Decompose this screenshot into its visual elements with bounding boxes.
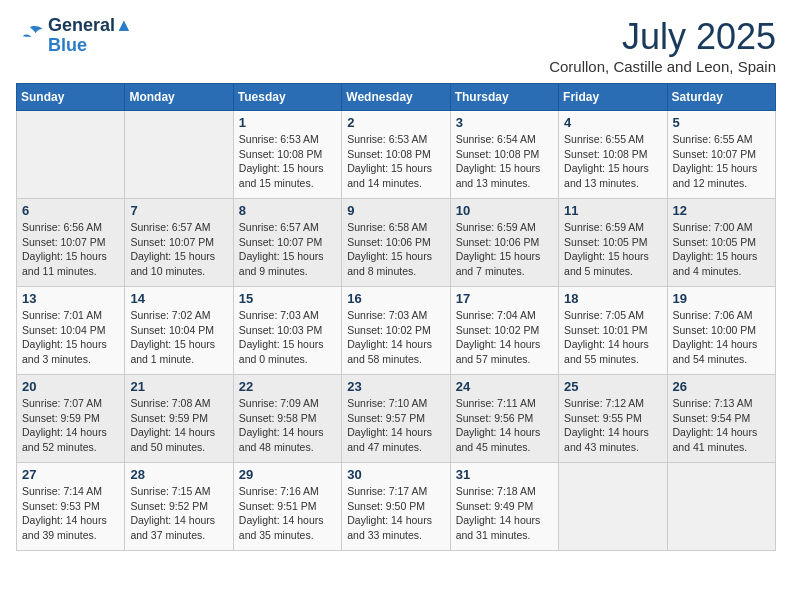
day-info: Sunrise: 7:02 AM Sunset: 10:04 PM Daylig… [130,308,227,367]
calendar-cell: 17Sunrise: 7:04 AM Sunset: 10:02 PM Dayl… [450,287,558,375]
day-number: 29 [239,467,336,482]
day-info: Sunrise: 7:12 AM Sunset: 9:55 PM Dayligh… [564,396,661,455]
calendar-cell: 16Sunrise: 7:03 AM Sunset: 10:02 PM Dayl… [342,287,450,375]
day-info: Sunrise: 7:18 AM Sunset: 9:49 PM Dayligh… [456,484,553,543]
calendar-cell: 11Sunrise: 6:59 AM Sunset: 10:05 PM Dayl… [559,199,667,287]
week-row-0: 1Sunrise: 6:53 AM Sunset: 10:08 PM Dayli… [17,111,776,199]
day-number: 30 [347,467,444,482]
day-info: Sunrise: 7:10 AM Sunset: 9:57 PM Dayligh… [347,396,444,455]
calendar-cell [559,463,667,551]
calendar-cell: 18Sunrise: 7:05 AM Sunset: 10:01 PM Dayl… [559,287,667,375]
header-thursday: Thursday [450,84,558,111]
header-monday: Monday [125,84,233,111]
day-info: Sunrise: 7:17 AM Sunset: 9:50 PM Dayligh… [347,484,444,543]
day-info: Sunrise: 7:16 AM Sunset: 9:51 PM Dayligh… [239,484,336,543]
calendar-cell: 4Sunrise: 6:55 AM Sunset: 10:08 PM Dayli… [559,111,667,199]
calendar-cell: 21Sunrise: 7:08 AM Sunset: 9:59 PM Dayli… [125,375,233,463]
day-info: Sunrise: 7:03 AM Sunset: 10:03 PM Daylig… [239,308,336,367]
day-number: 5 [673,115,770,130]
day-number: 10 [456,203,553,218]
day-info: Sunrise: 7:14 AM Sunset: 9:53 PM Dayligh… [22,484,119,543]
day-number: 23 [347,379,444,394]
day-number: 11 [564,203,661,218]
calendar-cell: 22Sunrise: 7:09 AM Sunset: 9:58 PM Dayli… [233,375,341,463]
calendar-cell: 28Sunrise: 7:15 AM Sunset: 9:52 PM Dayli… [125,463,233,551]
day-info: Sunrise: 7:08 AM Sunset: 9:59 PM Dayligh… [130,396,227,455]
day-number: 2 [347,115,444,130]
week-row-3: 20Sunrise: 7:07 AM Sunset: 9:59 PM Dayli… [17,375,776,463]
day-info: Sunrise: 7:00 AM Sunset: 10:05 PM Daylig… [673,220,770,279]
calendar-cell: 27Sunrise: 7:14 AM Sunset: 9:53 PM Dayli… [17,463,125,551]
day-number: 26 [673,379,770,394]
calendar-cell: 12Sunrise: 7:00 AM Sunset: 10:05 PM Dayl… [667,199,775,287]
day-number: 13 [22,291,119,306]
calendar-body: 1Sunrise: 6:53 AM Sunset: 10:08 PM Dayli… [17,111,776,551]
calendar-cell: 7Sunrise: 6:57 AM Sunset: 10:07 PM Dayli… [125,199,233,287]
day-number: 21 [130,379,227,394]
day-info: Sunrise: 7:07 AM Sunset: 9:59 PM Dayligh… [22,396,119,455]
week-row-1: 6Sunrise: 6:56 AM Sunset: 10:07 PM Dayli… [17,199,776,287]
calendar-cell: 19Sunrise: 7:06 AM Sunset: 10:00 PM Dayl… [667,287,775,375]
day-number: 15 [239,291,336,306]
day-info: Sunrise: 7:06 AM Sunset: 10:00 PM Daylig… [673,308,770,367]
calendar-cell: 5Sunrise: 6:55 AM Sunset: 10:07 PM Dayli… [667,111,775,199]
calendar-cell [17,111,125,199]
calendar-header: SundayMondayTuesdayWednesdayThursdayFrid… [17,84,776,111]
day-number: 7 [130,203,227,218]
logo: General▲ Blue [16,16,133,56]
calendar-cell: 9Sunrise: 6:58 AM Sunset: 10:06 PM Dayli… [342,199,450,287]
day-info: Sunrise: 6:53 AM Sunset: 10:08 PM Daylig… [347,132,444,191]
calendar-cell: 1Sunrise: 6:53 AM Sunset: 10:08 PM Dayli… [233,111,341,199]
day-info: Sunrise: 7:04 AM Sunset: 10:02 PM Daylig… [456,308,553,367]
month-title: July 2025 [549,16,776,58]
day-info: Sunrise: 6:53 AM Sunset: 10:08 PM Daylig… [239,132,336,191]
day-number: 8 [239,203,336,218]
calendar-cell: 26Sunrise: 7:13 AM Sunset: 9:54 PM Dayli… [667,375,775,463]
calendar-cell: 13Sunrise: 7:01 AM Sunset: 10:04 PM Dayl… [17,287,125,375]
day-info: Sunrise: 6:57 AM Sunset: 10:07 PM Daylig… [130,220,227,279]
day-info: Sunrise: 6:59 AM Sunset: 10:06 PM Daylig… [456,220,553,279]
header-saturday: Saturday [667,84,775,111]
logo-icon [16,22,44,50]
day-info: Sunrise: 6:55 AM Sunset: 10:07 PM Daylig… [673,132,770,191]
day-number: 16 [347,291,444,306]
day-info: Sunrise: 6:57 AM Sunset: 10:07 PM Daylig… [239,220,336,279]
calendar-cell: 14Sunrise: 7:02 AM Sunset: 10:04 PM Dayl… [125,287,233,375]
day-info: Sunrise: 7:11 AM Sunset: 9:56 PM Dayligh… [456,396,553,455]
calendar-cell: 3Sunrise: 6:54 AM Sunset: 10:08 PM Dayli… [450,111,558,199]
day-info: Sunrise: 7:15 AM Sunset: 9:52 PM Dayligh… [130,484,227,543]
calendar-cell: 6Sunrise: 6:56 AM Sunset: 10:07 PM Dayli… [17,199,125,287]
day-number: 6 [22,203,119,218]
calendar-cell: 20Sunrise: 7:07 AM Sunset: 9:59 PM Dayli… [17,375,125,463]
location-subtitle: Corullon, Castille and Leon, Spain [549,58,776,75]
page-header: General▲ Blue July 2025 Corullon, Castil… [16,16,776,75]
calendar-cell: 30Sunrise: 7:17 AM Sunset: 9:50 PM Dayli… [342,463,450,551]
day-info: Sunrise: 6:58 AM Sunset: 10:06 PM Daylig… [347,220,444,279]
calendar-cell: 2Sunrise: 6:53 AM Sunset: 10:08 PM Dayli… [342,111,450,199]
day-info: Sunrise: 7:05 AM Sunset: 10:01 PM Daylig… [564,308,661,367]
day-number: 20 [22,379,119,394]
day-info: Sunrise: 7:03 AM Sunset: 10:02 PM Daylig… [347,308,444,367]
header-friday: Friday [559,84,667,111]
calendar-cell: 23Sunrise: 7:10 AM Sunset: 9:57 PM Dayli… [342,375,450,463]
calendar-table: SundayMondayTuesdayWednesdayThursdayFrid… [16,83,776,551]
calendar-cell: 10Sunrise: 6:59 AM Sunset: 10:06 PM Dayl… [450,199,558,287]
day-info: Sunrise: 7:09 AM Sunset: 9:58 PM Dayligh… [239,396,336,455]
day-info: Sunrise: 7:01 AM Sunset: 10:04 PM Daylig… [22,308,119,367]
day-number: 22 [239,379,336,394]
calendar-cell: 31Sunrise: 7:18 AM Sunset: 9:49 PM Dayli… [450,463,558,551]
day-number: 4 [564,115,661,130]
logo-text: General▲ Blue [48,16,133,56]
header-wednesday: Wednesday [342,84,450,111]
day-info: Sunrise: 6:55 AM Sunset: 10:08 PM Daylig… [564,132,661,191]
day-number: 14 [130,291,227,306]
header-tuesday: Tuesday [233,84,341,111]
calendar-cell: 24Sunrise: 7:11 AM Sunset: 9:56 PM Dayli… [450,375,558,463]
week-row-2: 13Sunrise: 7:01 AM Sunset: 10:04 PM Dayl… [17,287,776,375]
day-number: 3 [456,115,553,130]
day-number: 9 [347,203,444,218]
day-number: 1 [239,115,336,130]
header-row: SundayMondayTuesdayWednesdayThursdayFrid… [17,84,776,111]
calendar-cell [125,111,233,199]
day-info: Sunrise: 6:56 AM Sunset: 10:07 PM Daylig… [22,220,119,279]
